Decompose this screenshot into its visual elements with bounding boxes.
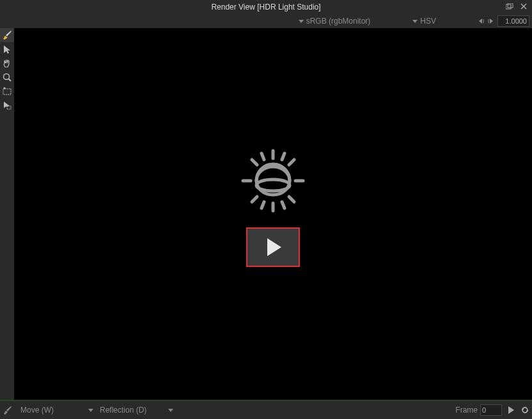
refresh-icon[interactable] [520,406,529,415]
svg-rect-11 [3,89,11,95]
svg-line-25 [262,153,264,160]
frame-input[interactable] [480,404,502,416]
title-bar: Render View [HDR Light Studio] [0,0,532,14]
tool-strip [0,28,14,400]
pick-tool[interactable] [0,98,14,112]
chevron-down-icon [299,20,304,23]
svg-marker-4 [479,19,482,24]
svg-line-26 [282,153,285,160]
select-tool[interactable] [0,42,14,56]
transform-mode-label: Move (W) [20,406,54,415]
window-controls [505,2,528,11]
svg-line-27 [262,202,264,208]
light-mode-dropdown[interactable]: Reflection (D) [100,406,146,415]
chevron-down-icon[interactable] [88,409,93,412]
colorspace-dropdown[interactable]: sRGB (rgbMonitor) [299,17,371,26]
svg-rect-1 [508,3,513,8]
svg-rect-14 [7,106,11,109]
exposure-nudgers [478,18,494,24]
region-tool[interactable] [0,84,14,98]
brush-icon [3,405,13,415]
play-button[interactable] [508,406,514,414]
svg-line-24 [252,197,257,202]
undock-icon[interactable] [505,2,514,11]
svg-point-9 [4,74,10,80]
light-mode-label: Reflection (D) [100,406,146,415]
chevron-down-icon[interactable] [168,409,173,412]
svg-point-16 [256,179,290,191]
svg-marker-8 [4,45,10,54]
zoom-tool[interactable] [0,70,14,84]
render-viewport[interactable] [14,28,532,400]
frame-label: Frame [455,406,478,415]
svg-line-10 [9,79,12,82]
color-model-label: HSV [420,17,436,26]
svg-line-23 [289,160,294,165]
exposure-up-icon[interactable] [487,18,494,24]
svg-line-22 [289,197,294,202]
svg-rect-0 [506,4,511,9]
top-options-bar: sRGB (rgbMonitor) HSV [0,14,532,28]
pan-tool[interactable] [0,56,14,70]
transform-mode-dropdown[interactable]: Move (W) [20,406,54,415]
brush-tool[interactable] [0,28,14,42]
chevron-down-icon [412,20,418,23]
start-render-button[interactable] [246,227,300,267]
play-icon [267,238,281,256]
status-bar: Move (W) Reflection (D) Frame [0,401,532,419]
main-row [0,28,532,400]
exposure-input[interactable] [497,15,529,27]
svg-line-28 [282,202,285,208]
svg-line-21 [252,160,257,165]
svg-point-12 [4,88,6,89]
window-title: Render View [HDR Light Studio] [211,3,320,11]
close-icon[interactable] [519,2,528,11]
color-model-dropdown[interactable]: HSV [412,17,436,26]
colorspace-label: sRGB (rgbMonitor) [306,17,371,26]
hdr-light-logo-icon [238,146,308,216]
exposure-down-icon[interactable] [478,18,485,24]
svg-marker-6 [490,19,493,24]
